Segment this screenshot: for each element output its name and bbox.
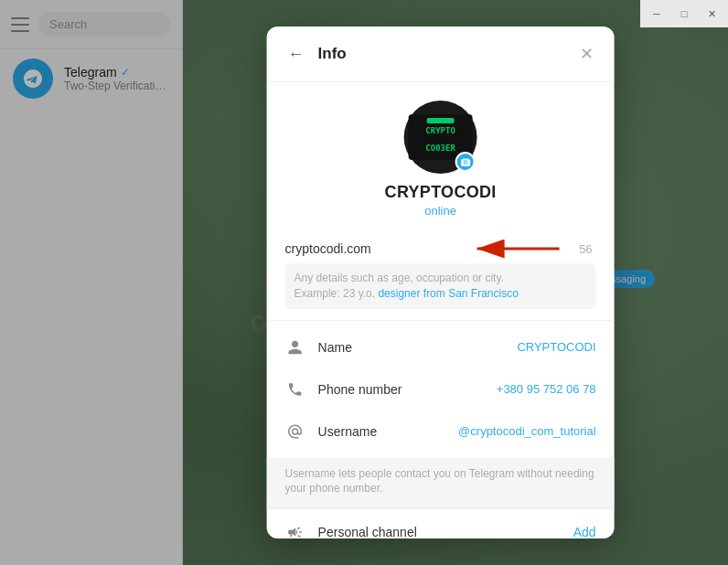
modal-title: Info — [318, 45, 574, 63]
window-controls: ─ □ ✕ — [640, 0, 728, 27]
megaphone-icon — [285, 522, 305, 538]
personal-channel-row[interactable]: Personal channel Add — [267, 508, 615, 538]
profile-section: CRYPTO CO03ER CRYPTOCODI online — [267, 82, 615, 232]
person-icon — [285, 337, 305, 357]
info-rows: Name CRYPTOCODI Phone number +380 95 752… — [267, 321, 615, 458]
add-channel-button[interactable]: Add — [573, 525, 596, 538]
info-modal: ← Info ✕ CRYPTO CO03ER CRYPTOCODI online… — [267, 27, 615, 538]
bio-example-prefix: Example: 23 y.o. — [294, 287, 379, 300]
info-row-name[interactable]: Name CRYPTOCODI — [267, 326, 615, 368]
modal-close-button[interactable]: ✕ — [574, 41, 600, 67]
phone-label: Phone number — [318, 382, 484, 397]
name-label: Name — [318, 340, 505, 355]
camera-icon — [460, 157, 470, 167]
phone-icon — [285, 379, 305, 400]
avatar-line1: CRYPTO — [425, 126, 455, 136]
bio-char-count: 56 — [579, 242, 592, 256]
bio-website: cryptocodi.com — [285, 241, 371, 256]
profile-status: online — [424, 204, 456, 218]
personal-channel-label: Personal channel — [318, 525, 561, 538]
maximize-button[interactable]: □ — [671, 1, 697, 27]
bio-section[interactable]: cryptocodi.com 56 Any details such as ag… — [267, 232, 615, 321]
phone-value: +380 95 752 06 78 — [497, 382, 596, 396]
minimize-button[interactable]: ─ — [644, 1, 669, 27]
info-row-phone[interactable]: Phone number +380 95 752 06 78 — [267, 368, 615, 410]
name-value: CRYPTOCODI — [517, 340, 595, 354]
back-button[interactable]: ← — [282, 39, 311, 69]
avatar-line2: CO03ER — [425, 144, 455, 154]
modal-header: ← Info ✕ — [267, 27, 615, 82]
username-value: @cryptocodi_com_tutorial — [458, 424, 595, 438]
username-hint: Username lets people contact you on Tele… — [267, 458, 615, 509]
profile-avatar[interactable]: CRYPTO CO03ER — [404, 101, 477, 174]
close-button[interactable]: ✕ — [699, 1, 724, 27]
info-row-username[interactable]: Username @cryptocodi_com_tutorial — [267, 410, 615, 453]
profile-name: CRYPTOCODI — [385, 183, 497, 202]
red-arrow — [459, 240, 569, 276]
camera-badge[interactable] — [455, 152, 476, 172]
username-label: Username — [318, 424, 446, 439]
at-icon — [285, 421, 305, 442]
bio-example-link: designer from San Francisco — [378, 287, 518, 300]
